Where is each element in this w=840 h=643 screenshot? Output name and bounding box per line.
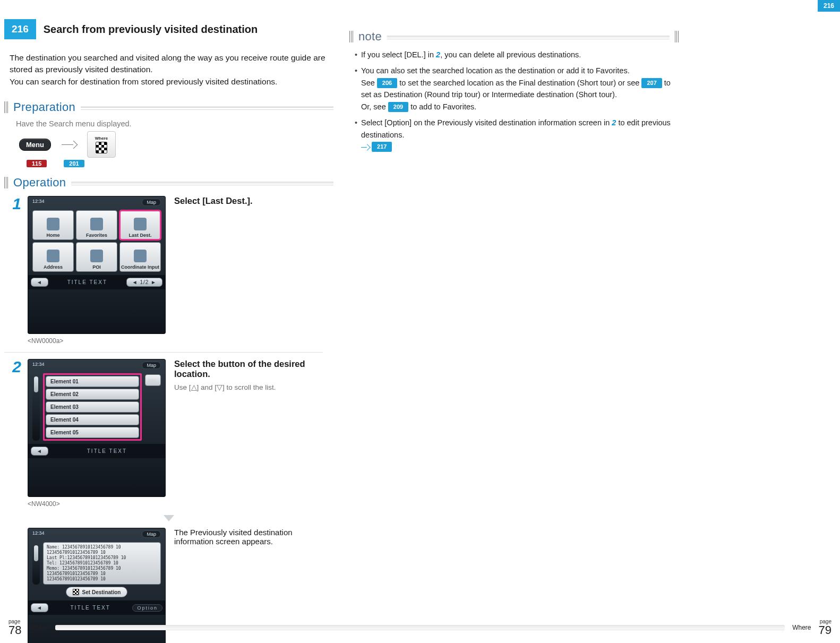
step-2-image-ref: <NW4000> — [28, 500, 166, 508]
screenshot-time: 12:34 — [32, 199, 45, 206]
heart-icon — [90, 218, 103, 230]
result-line: The Previously visited destination infor… — [174, 528, 293, 546]
right-page-number: page 79 — [819, 619, 832, 636]
title-strip-text: TITLE TEXT — [67, 279, 107, 285]
title-strip-text: TITLE TEXT — [87, 448, 127, 454]
list-highlight: Element 01 Element 02 Element 03 Element… — [43, 373, 142, 441]
step-1-image-ref: <NW0000a> — [28, 337, 166, 345]
step-1: 1 12:34 Map Home Favorites Last Dest. Ad… — [4, 196, 333, 345]
tile-home: Home — [32, 210, 74, 240]
note-heading: note — [349, 30, 679, 44]
list-item: Element 05 — [46, 427, 139, 438]
step-1-screenshot: 12:34 Map Home Favorites Last Dest. Addr… — [28, 196, 166, 334]
step-ref-2: 2 — [436, 50, 440, 59]
page-ref-207[interactable]: 207 — [641, 78, 662, 88]
tile-address: Address — [32, 242, 74, 272]
map-pill: Map — [142, 199, 161, 206]
preparation-heading: Preparation — [4, 100, 333, 114]
back-button-graphic: ◄ — [31, 603, 48, 612]
arrow-icon — [62, 141, 76, 148]
scrollbar-graphic — [32, 373, 40, 441]
tile-coordinate: Coordinate Input — [119, 242, 161, 272]
title-strip-text: TITLE TEXT — [71, 605, 110, 611]
preparation-refs: 115 201 — [27, 160, 333, 167]
result-text: The Previously visited destination infor… — [174, 528, 333, 546]
tile-favorites: Favorites — [76, 210, 117, 240]
back-button-graphic: ◄ — [31, 447, 48, 456]
home-icon — [47, 218, 59, 230]
del-button-graphic: DEL. — [145, 374, 161, 386]
info-panel: Name: 12345678910123456789 10 1234567891… — [43, 542, 161, 585]
screenshot-time: 12:34 — [32, 362, 45, 369]
map-pill: Map — [142, 362, 161, 369]
step-2-sub: Use [△] and [▽] to scroll the list. — [174, 383, 276, 391]
back-button-graphic: ◄ — [31, 278, 48, 287]
right-breadcrumb: Where — [792, 624, 811, 631]
where-card-graphic: Where — [87, 131, 116, 158]
note-label: note — [358, 30, 382, 44]
note-list: If you select [DEL.] in 2, you can delet… — [355, 49, 679, 153]
option-pill-graphic: Option — [132, 604, 162, 612]
step-2-screenshot: 12:34 Map Element 01 Element 02 Element … — [28, 359, 166, 497]
pointer-icon — [361, 144, 370, 150]
operation-label: Operation — [13, 176, 66, 190]
page-ref-217[interactable]: 217 — [372, 142, 392, 152]
checkered-flag-icon — [96, 142, 107, 153]
page-ref-115[interactable]: 115 — [27, 160, 47, 167]
page-footer: page 78 Where Where page 79 — [0, 615, 840, 643]
left-breadcrumb: Where — [29, 624, 47, 631]
page-ref-201[interactable]: 201 — [64, 160, 84, 167]
preparation-flow: Menu Where — [19, 131, 333, 158]
preparation-caption: Have the Search menu displayed. — [16, 119, 333, 128]
pager-graphic: ◄ 1/2 ► — [126, 278, 162, 287]
checkered-flag-icon — [73, 589, 79, 595]
page-ref-209[interactable]: 209 — [388, 102, 408, 112]
scrollbar-graphic — [32, 542, 40, 585]
address-icon — [47, 250, 59, 262]
chevron-down-icon — [164, 515, 174, 521]
intro-line-2: You can search for destination from stor… — [10, 77, 277, 86]
list-item: Element 04 — [46, 414, 139, 425]
intro-text: The destination you searched and visited… — [10, 52, 333, 88]
step-2-heading: Select the button of the desired locatio… — [174, 359, 333, 379]
thumb-index: 216 — [818, 0, 840, 12]
step-1-number: 1 — [4, 196, 21, 345]
note-item-3: Select [Option] on the Previously visite… — [355, 117, 679, 152]
right-column: note If you select [DEL.] in 2, you can … — [349, 19, 679, 643]
page-title: Search from previously visited destinati… — [44, 19, 258, 39]
list-item: Element 03 — [46, 401, 139, 413]
section-number-badge: 216 — [4, 19, 36, 39]
folder-icon — [134, 218, 147, 230]
left-column: 216 Search from previously visited desti… — [4, 19, 333, 643]
step-2: 2 12:34 Map Element 01 Element 02 — [4, 359, 333, 508]
set-destination-button-graphic: Set Destination — [66, 587, 128, 597]
tile-last-dest: Last Dest. — [119, 210, 161, 240]
step-2-number: 2 — [4, 359, 21, 508]
left-page-number: page 78 — [8, 619, 21, 636]
list-item: Element 02 — [46, 389, 139, 400]
footer-bar — [55, 625, 785, 630]
pin-icon — [90, 250, 103, 262]
operation-heading: Operation — [4, 176, 333, 190]
menu-button-graphic: Menu — [19, 139, 51, 151]
step-2-text: Select the button of the desired locatio… — [174, 359, 333, 391]
step-1-text: Select [Last Dest.]. — [174, 196, 253, 209]
page-ref-206[interactable]: 206 — [377, 78, 397, 88]
map-pill: Map — [142, 530, 161, 538]
page-spread: 216 Search from previously visited desti… — [0, 0, 840, 643]
step-1-heading: Select [Last Dest.]. — [174, 196, 253, 206]
tile-poi: POI — [76, 242, 117, 272]
list-item: Element 01 — [46, 376, 139, 387]
screenshot-time: 12:34 — [32, 530, 45, 538]
intro-line-1: The destination you searched and visited… — [10, 53, 325, 74]
note-item-1: If you select [DEL.] in 2, you can delet… — [355, 49, 679, 61]
globe-icon — [134, 250, 147, 262]
step-divider-1 — [4, 352, 323, 353]
title-row: 216 Search from previously visited desti… — [4, 19, 333, 39]
note-item-2: You can also set the searched location a… — [355, 65, 679, 113]
where-card-label: Where — [95, 136, 108, 141]
preparation-label: Preparation — [13, 100, 75, 114]
